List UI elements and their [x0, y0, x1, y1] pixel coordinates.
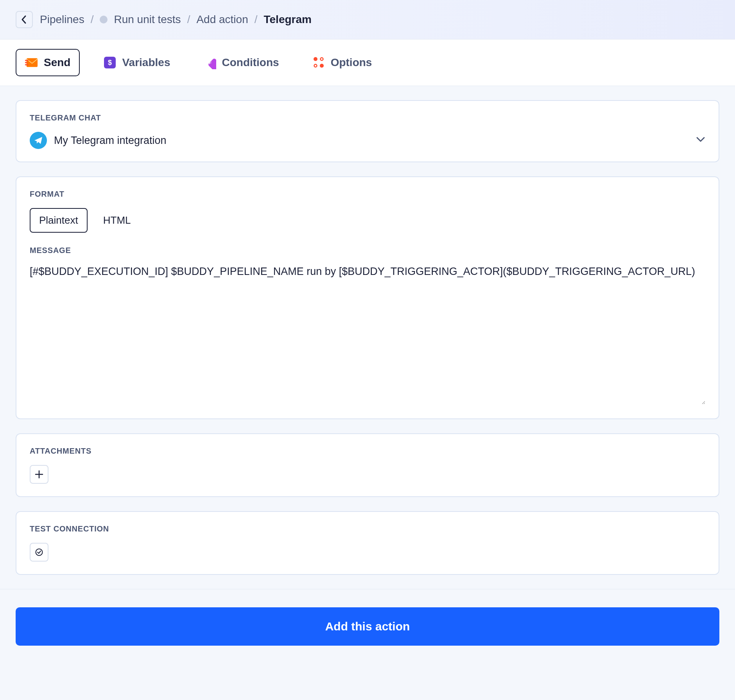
chevron-down-icon: [696, 136, 705, 144]
format-message-card: FORMAT Plaintext HTML MESSAGE: [16, 176, 719, 419]
send-envelope-icon: [25, 56, 38, 69]
add-action-button[interactable]: Add this action: [16, 607, 719, 646]
svg-rect-0: [27, 58, 38, 67]
variables-icon: $: [103, 56, 117, 69]
check-circle-icon: [35, 548, 43, 556]
telegram-chat-label: TELEGRAM CHAT: [30, 113, 705, 122]
svg-text:$: $: [108, 59, 112, 66]
format-plaintext[interactable]: Plaintext: [30, 208, 88, 233]
svg-text:IF: IF: [208, 60, 212, 65]
breadcrumb: Pipelines / Run unit tests / Add action …: [40, 13, 312, 26]
breadcrumb-separator: /: [91, 13, 94, 26]
footer: Add this action: [0, 589, 735, 664]
svg-point-9: [36, 549, 43, 556]
breadcrumb-current: Telegram: [264, 13, 312, 26]
tabs: Send $ Variables IF Conditions Options: [0, 39, 735, 86]
svg-point-7: [314, 65, 317, 67]
message-label: MESSAGE: [30, 246, 705, 255]
tab-conditions-label: Conditions: [222, 56, 279, 69]
options-icon: [312, 56, 325, 69]
test-connection-button[interactable]: [30, 543, 48, 562]
tab-send[interactable]: Send: [16, 49, 80, 76]
breadcrumb-separator: /: [187, 13, 190, 26]
conditions-icon: IF: [203, 56, 216, 69]
format-options: Plaintext HTML: [30, 208, 705, 233]
format-html[interactable]: HTML: [94, 208, 140, 233]
telegram-chat-select[interactable]: My Telegram integration: [30, 132, 705, 149]
back-button[interactable]: [16, 11, 33, 28]
tab-options-label: Options: [331, 56, 372, 69]
chevron-left-icon: [21, 15, 27, 24]
telegram-icon: [30, 132, 47, 149]
svg-point-8: [320, 64, 324, 68]
tab-conditions[interactable]: IF Conditions: [194, 49, 288, 76]
tab-variables-label: Variables: [122, 56, 170, 69]
breadcrumb-pipelines[interactable]: Pipelines: [40, 13, 84, 26]
test-connection-label: TEST CONNECTION: [30, 524, 705, 533]
header: Pipelines / Run unit tests / Add action …: [0, 0, 735, 39]
attachments-label: ATTACHMENTS: [30, 447, 705, 456]
test-connection-card: TEST CONNECTION: [16, 511, 719, 575]
tab-send-label: Send: [44, 56, 70, 69]
plus-icon: [35, 470, 43, 479]
telegram-chat-card: TELEGRAM CHAT My Telegram integration: [16, 100, 719, 162]
tab-variables[interactable]: $ Variables: [94, 49, 179, 76]
svg-point-6: [320, 58, 323, 61]
format-label: FORMAT: [30, 190, 705, 199]
add-attachment-button[interactable]: [30, 465, 48, 484]
message-textarea[interactable]: [30, 264, 705, 404]
tab-options[interactable]: Options: [303, 49, 382, 76]
status-dot-icon: [100, 16, 108, 23]
svg-point-5: [314, 57, 317, 61]
breadcrumb-add-action[interactable]: Add action: [196, 13, 248, 26]
breadcrumb-separator: /: [255, 13, 258, 26]
telegram-chat-value: My Telegram integration: [54, 135, 689, 147]
breadcrumb-run-tests[interactable]: Run unit tests: [114, 13, 181, 26]
content: TELEGRAM CHAT My Telegram integration FO…: [0, 86, 735, 575]
attachments-card: ATTACHMENTS: [16, 433, 719, 497]
